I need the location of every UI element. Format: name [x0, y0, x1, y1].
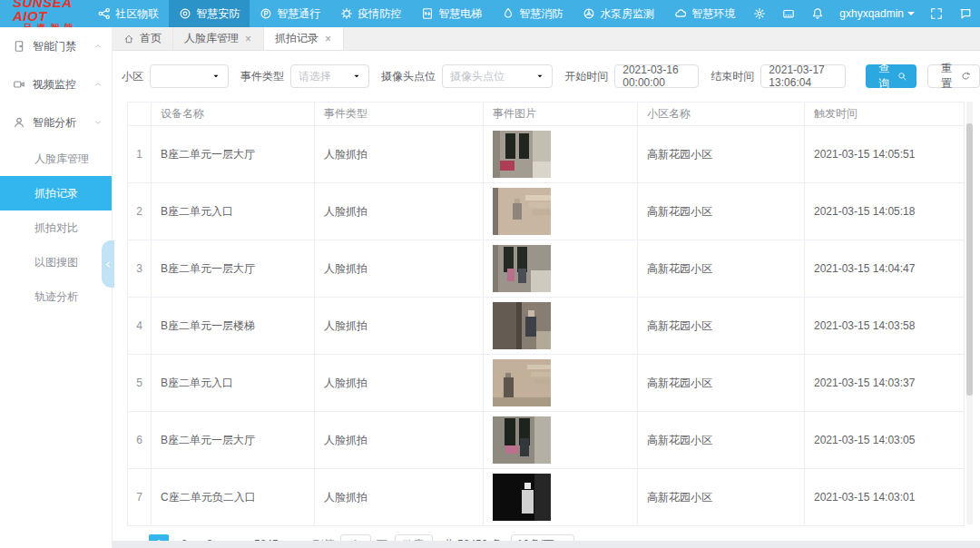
event-snapshot[interactable] — [484, 183, 638, 240]
nav-item-environment[interactable]: 智慧环境 — [664, 0, 745, 27]
event-snapshot[interactable] — [484, 355, 638, 412]
community-name: 高新花园小区 — [638, 412, 805, 469]
nav-item-pump[interactable]: 水泵房监测 — [573, 0, 664, 27]
event-type-filter-label: 事件类型 — [240, 69, 284, 84]
camera-select-value: 摄像头点位 — [450, 69, 505, 84]
breadcrumb-tabs: 首页人脸库管理×抓拍记录× — [113, 27, 980, 51]
username: gxhyxqadmin — [839, 7, 904, 20]
start-time-value: 2021-03-16 00:00:00 — [622, 64, 691, 89]
sidebar-item-轨迹分析[interactable]: 轨迹分析 — [0, 279, 112, 314]
sidebar-group-智能分析[interactable]: 智能分析 — [0, 103, 112, 142]
reset-button[interactable]: 重置 — [927, 64, 980, 88]
sidebar-collapse-handle[interactable] — [102, 240, 114, 288]
scrollbar-thumb[interactable] — [966, 123, 973, 396]
trigger-time: 2021-03-15 14:05:18 — [805, 183, 965, 240]
tab-人脸库管理[interactable]: 人脸库管理× — [173, 27, 264, 50]
event-snapshot-image[interactable] — [493, 474, 551, 521]
user-menu[interactable]: gxhyxqadmin — [832, 7, 922, 20]
chat-icon-button[interactable] — [951, 7, 980, 20]
table-row: 3B座二单元一层大厅人脸抓拍高新花园小区2021-03-15 14:04:47 — [128, 240, 965, 298]
nav-item-elevator[interactable]: 智慧电梯 — [411, 0, 492, 27]
nav-item-label: 智慧通行 — [277, 6, 320, 22]
trigger-time: 2021-03-15 14:03:37 — [805, 355, 965, 412]
event-snapshot-image[interactable] — [493, 131, 551, 178]
event-type-select-value: 请选择 — [299, 69, 331, 84]
camera-select[interactable]: 摄像头点位 — [442, 64, 553, 88]
chevron-up-icon — [93, 80, 103, 89]
search-button[interactable]: 查询 — [866, 64, 916, 88]
trigger-time: 2021-03-15 14:03:05 — [805, 412, 965, 469]
end-time-label: 结束时间 — [710, 69, 754, 84]
tab-抓拍记录[interactable]: 抓拍记录× — [264, 27, 344, 50]
community-name: 高新花园小区 — [638, 240, 805, 298]
col-header-设备名称: 设备名称 — [152, 103, 315, 126]
event-type: 人脸抓拍 — [315, 183, 484, 240]
event-type: 人脸抓拍 — [315, 126, 484, 183]
row-index: 4 — [128, 298, 152, 355]
table-scrollbar[interactable] — [966, 102, 973, 524]
table-row: 7C座二单元负二入口人脸抓拍高新花园小区2021-03-15 14:03:01 — [128, 469, 965, 526]
person-icon — [13, 116, 25, 129]
event-snapshot[interactable] — [484, 126, 638, 183]
video-icon — [13, 78, 25, 91]
sidebar-item-以图搜图[interactable]: 以图搜图 — [0, 245, 112, 279]
event-type: 人脸抓拍 — [315, 469, 484, 526]
nav-item-label: 智慧消防 — [519, 6, 563, 22]
nav-item-label: 智慧安防 — [196, 6, 240, 22]
close-icon[interactable]: × — [324, 33, 332, 45]
community-name: 高新花园小区 — [638, 298, 805, 355]
nav-item-access[interactable]: 智慧通行 — [250, 0, 330, 27]
sidebar-item-抓拍记录[interactable]: 抓拍记录 — [0, 176, 112, 210]
tab-label: 抓拍记录 — [275, 31, 318, 46]
sidebar-group-视频监控[interactable]: 视频监控 — [0, 65, 112, 103]
table-row: 1B座二单元一层大厅人脸抓拍高新花园小区2021-03-15 14:05:51 — [128, 126, 965, 183]
event-snapshot[interactable] — [484, 469, 638, 526]
event-snapshot[interactable] — [484, 412, 638, 469]
community-icon — [98, 7, 111, 20]
nav-item-security[interactable]: 智慧安防 — [169, 0, 250, 27]
community-name: 高新花园小区 — [638, 355, 805, 412]
sidebar-group-智能门禁[interactable]: 智能门禁 — [0, 27, 112, 65]
nav-item-fire[interactable]: 智慧消防 — [492, 0, 573, 27]
gear-icon — [753, 7, 766, 20]
card-icon-button[interactable] — [774, 7, 803, 20]
fullscreen-icon-button[interactable] — [922, 7, 951, 20]
community-select[interactable] — [150, 64, 229, 88]
device-name: C座二单元负二入口 — [152, 469, 315, 526]
event-snapshot-image[interactable] — [493, 245, 551, 292]
fullscreen-icon — [930, 7, 943, 20]
tab-首页[interactable]: 首页 — [113, 27, 173, 50]
gear-icon-button[interactable] — [745, 7, 774, 20]
row-index: 7 — [128, 469, 152, 526]
bell-icon-button[interactable] — [803, 7, 832, 20]
nav-item-label: 疫情防控 — [358, 6, 401, 22]
card-icon — [782, 7, 795, 20]
chat-icon — [959, 7, 972, 20]
event-snapshot[interactable] — [484, 240, 638, 298]
event-snapshot-image[interactable] — [493, 188, 551, 235]
chevron-down-icon — [211, 72, 220, 81]
top-navbar: SUNSEA AIOT 日海智能 社区物联智慧安防智慧通行疫情防控智慧电梯智慧消… — [0, 0, 980, 27]
end-time-input[interactable]: 2021-03-17 13:06:04 — [760, 64, 845, 88]
chevron-down-icon — [93, 118, 103, 127]
epidemic-icon — [340, 7, 353, 20]
camera-filter-label: 摄像头点位 — [381, 69, 436, 84]
chevron-down-icon — [352, 72, 361, 81]
sidebar-item-抓拍对比[interactable]: 抓拍对比 — [0, 210, 112, 245]
event-snapshot-image[interactable] — [493, 416, 551, 464]
event-snapshot-image[interactable] — [493, 302, 551, 349]
event-snapshot-image[interactable] — [493, 359, 551, 406]
event-type-select[interactable]: 请选择 — [290, 64, 369, 88]
pump-icon — [583, 7, 595, 20]
home-icon — [123, 34, 134, 44]
close-icon[interactable]: × — [244, 33, 252, 45]
sidebar: 智能门禁视频监控智能分析人脸库管理抓拍记录抓拍对比以图搜图轨迹分析 — [0, 27, 113, 548]
nav-item-community[interactable]: 社区物联 — [88, 0, 169, 27]
start-time-input[interactable]: 2021-03-16 00:00:00 — [614, 64, 699, 88]
sidebar-item-人脸库管理[interactable]: 人脸库管理 — [0, 142, 112, 176]
records-table-wrap: 设备名称事件类型事件图片小区名称触发时间 1B座二单元一层大厅人脸抓拍高新花园小… — [127, 102, 964, 526]
nav-item-epidemic[interactable]: 疫情防控 — [330, 0, 411, 27]
event-snapshot[interactable] — [484, 298, 638, 355]
nav-item-label: 社区物联 — [115, 6, 159, 22]
main-content: 小区 事件类型 请选择 摄像头点位 摄像头点位 开始时间 2021-03-16 … — [113, 51, 980, 541]
